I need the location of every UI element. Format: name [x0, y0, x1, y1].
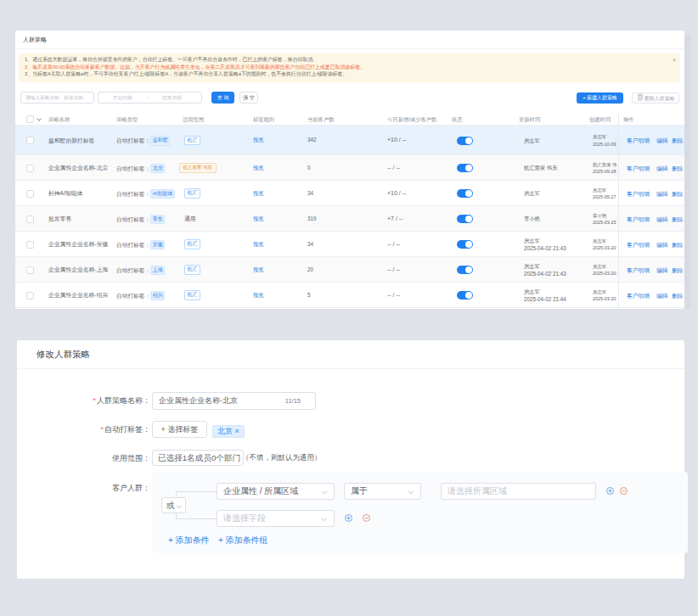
- preview-link[interactable]: 预览: [253, 137, 264, 144]
- select-all-checkbox[interactable]: [26, 115, 34, 123]
- add-condition-link[interactable]: + 添加条件: [168, 535, 210, 546]
- op-detail-link[interactable]: 客户明细: [627, 216, 650, 224]
- op-detail-link[interactable]: 客户明细: [627, 292, 650, 300]
- op-detail-link[interactable]: 客户明细: [627, 241, 650, 249]
- scope-tag-label: 机汇: [184, 188, 200, 199]
- op-edit-link[interactable]: 编辑: [656, 190, 668, 199]
- preview-link-label[interactable]: 预览: [253, 241, 264, 247]
- customer-count: 0: [307, 165, 311, 171]
- required-asterisk: *: [100, 425, 104, 434]
- strategy-name-input[interactable]: 企业属性企业名称-北京 11/15: [152, 392, 316, 410]
- select-tag-button[interactable]: + 选择标签: [152, 421, 207, 438]
- preview-link[interactable]: 预览: [253, 165, 264, 172]
- add-condition2-icon[interactable]: [345, 514, 352, 522]
- delete-strategy-button[interactable]: 删除人群策略: [632, 92, 679, 104]
- column-header: 适用范围: [183, 113, 204, 126]
- preview-link[interactable]: 预览: [253, 216, 264, 223]
- row-checkbox[interactable]: [26, 292, 34, 300]
- op-detail-link[interactable]: 客户明细: [627, 266, 650, 275]
- op-detail-link[interactable]: 客户明细: [627, 165, 650, 173]
- status-toggle[interactable]: [457, 189, 473, 198]
- strategy-name: 企业属性企业名称-安徽: [48, 240, 108, 249]
- op-edit-link[interactable]: 编辑: [656, 165, 668, 173]
- op-detail-link[interactable]: 客户明细: [627, 190, 650, 199]
- op-delete-link[interactable]: 删除: [672, 292, 684, 300]
- op-delete-link[interactable]: 删除: [672, 165, 684, 173]
- op-edit-link[interactable]: 编辑: [656, 137, 668, 145]
- condition-value-input[interactable]: 请选择所属区域: [441, 483, 596, 500]
- row-checkbox[interactable]: [26, 241, 34, 249]
- bracket-line: [176, 518, 217, 519]
- status-toggle[interactable]: [457, 164, 473, 172]
- row-checkbox[interactable]: [26, 216, 34, 223]
- row-checkbox[interactable]: [26, 165, 34, 172]
- preview-link-label[interactable]: 预览: [253, 137, 264, 143]
- op-edit-link[interactable]: 编辑: [656, 292, 668, 300]
- op-delete-link[interactable]: 删除: [672, 190, 684, 199]
- label-text: 使用范围：: [112, 454, 150, 462]
- logic-selector[interactable]: 或: [161, 497, 186, 513]
- tag-field-label: *自动打标签：: [20, 424, 150, 435]
- op-edit-link[interactable]: 编辑: [656, 266, 668, 275]
- op-edit-link[interactable]: 编辑: [656, 216, 668, 224]
- op-edit-link[interactable]: 编辑: [656, 241, 668, 249]
- scrollbar-thumb[interactable]: [684, 34, 691, 309]
- tag-remove-icon[interactable]: ×: [235, 427, 239, 435]
- update-info: 机汇营家 伟东: [524, 164, 558, 172]
- condition-op-select[interactable]: 属于: [344, 483, 421, 500]
- strategy-name: 益和墅的群打标签: [48, 137, 94, 145]
- create-info: 机汇营家 伟2025-09-28: [593, 161, 618, 176]
- add-condition-group-link[interactable]: + 添加条件组: [218, 535, 268, 546]
- op-delete-link[interactable]: 删除: [672, 241, 684, 249]
- table-row: 益和墅的群打标签自动打标签：益和墅机汇预览342+10 / --房志军房志军20…: [15, 126, 684, 155]
- status-toggle[interactable]: [457, 215, 473, 223]
- preview-link[interactable]: 预览: [253, 241, 264, 249]
- search-input[interactable]: 请输入策略名称、标签名称。: [20, 92, 94, 104]
- row-checkbox[interactable]: [26, 137, 34, 144]
- query-button[interactable]: 查 询: [211, 92, 234, 104]
- condition-field-select[interactable]: 企业属性 / 所属区域: [217, 483, 335, 500]
- op-detail-link[interactable]: 客户明细: [627, 137, 650, 145]
- update-info: 房志军2025-04-02 21:43: [524, 262, 566, 278]
- customer-count: 342: [307, 137, 317, 143]
- preview-link-label[interactable]: 预览: [253, 266, 264, 272]
- chevron-down-icon: [321, 490, 328, 495]
- close-icon[interactable]: ×: [673, 57, 676, 63]
- row-checkbox[interactable]: [26, 266, 34, 274]
- clear-button[interactable]: 清 空: [239, 92, 258, 104]
- selected-tag: 北京 ×: [212, 422, 245, 438]
- status-toggle[interactable]: [457, 266, 473, 274]
- row-checkbox[interactable]: [26, 190, 34, 198]
- column-header: 更新时间: [519, 113, 540, 126]
- remove-condition-icon[interactable]: [620, 487, 628, 495]
- label-text: 自动打标签：: [104, 425, 150, 434]
- status-toggle[interactable]: [457, 137, 473, 145]
- name-field-label: *人群策略名称：: [20, 395, 150, 406]
- preview-link[interactable]: 预览: [253, 292, 264, 300]
- status-toggle[interactable]: [457, 291, 473, 300]
- preview-link-label[interactable]: 预览: [253, 165, 264, 171]
- status-toggle[interactable]: [457, 240, 473, 249]
- scope-selector[interactable]: 已选择1名成员0个部门: [152, 450, 244, 466]
- scope-hint: （不填，则默认为通用）: [242, 453, 322, 463]
- preview-link-label[interactable]: 预览: [253, 216, 264, 221]
- op-delete-link[interactable]: 删除: [672, 137, 684, 145]
- date-range-input[interactable]: 开始日期~结束日期: [98, 92, 202, 104]
- preview-link-label[interactable]: 预览: [253, 190, 264, 196]
- remove-condition2-icon[interactable]: [363, 514, 370, 522]
- preview-link-label[interactable]: 预览: [253, 292, 264, 298]
- op-delete-link[interactable]: 删除: [672, 266, 684, 275]
- select-dropdown-icon[interactable]: [37, 116, 42, 121]
- preview-link[interactable]: 预览: [253, 266, 264, 274]
- table-row: 封神AI智能体自动打标签：AI智能体机汇预览34+10 / --房志军房志军20…: [15, 181, 684, 206]
- preview-link[interactable]: 预览: [253, 190, 264, 198]
- strategy-name: 封神AI智能体: [48, 189, 82, 198]
- strategy-type: 自动打标签：益和墅: [116, 136, 170, 146]
- add-condition-icon[interactable]: [606, 487, 614, 495]
- scope-field-label: 使用范围：: [20, 453, 150, 464]
- op-delete-link[interactable]: 删除: [672, 216, 684, 224]
- condition2-field-select[interactable]: 请选择字段: [217, 510, 335, 527]
- create-strategy-button[interactable]: + 新建人群策略: [577, 92, 623, 104]
- create-info: 房志军2025-03-20: [593, 263, 618, 277]
- customer-count: 5: [307, 292, 311, 298]
